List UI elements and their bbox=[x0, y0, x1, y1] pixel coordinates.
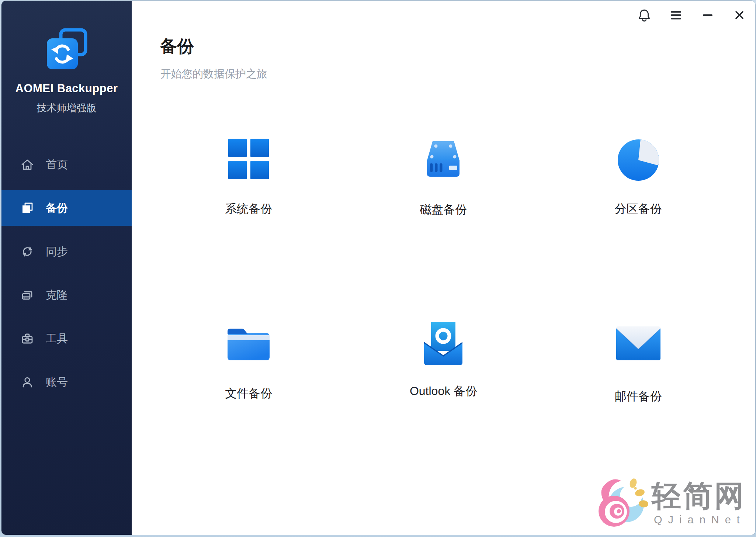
brand-name: AOMEI Backupper bbox=[1, 82, 132, 95]
site-watermark: 轻简网 QJianNet bbox=[590, 474, 746, 533]
tile-outlook-backup[interactable]: Outlook 备份 bbox=[346, 321, 541, 405]
tile-label: 系统备份 bbox=[225, 201, 272, 217]
tile-partition-backup[interactable]: 分区备份 bbox=[541, 138, 736, 218]
close-icon[interactable] bbox=[732, 7, 746, 23]
disk-backup-icon bbox=[421, 139, 465, 179]
sidebar-item-account[interactable]: 账号 bbox=[1, 364, 132, 400]
sidebar-item-backup[interactable]: 备份 bbox=[1, 190, 132, 226]
sidebar-nav: 首页 备份 同步 bbox=[1, 147, 132, 400]
page-title: 备份 bbox=[160, 35, 755, 58]
tile-label: 磁盘备份 bbox=[420, 202, 467, 218]
home-icon bbox=[20, 157, 35, 172]
brand-block: AOMEI Backupper 技术师增强版 bbox=[1, 1, 132, 115]
aomei-logo-icon bbox=[45, 28, 88, 71]
sidebar: AOMEI Backupper 技术师增强版 首页 备份 bbox=[1, 1, 132, 535]
system-backup-icon bbox=[228, 138, 269, 180]
tile-label: Outlook 备份 bbox=[410, 383, 477, 399]
tile-disk-backup[interactable]: 磁盘备份 bbox=[346, 138, 541, 218]
notification-bell-icon[interactable] bbox=[637, 7, 651, 23]
tile-system-backup[interactable]: 系统备份 bbox=[151, 138, 346, 218]
watermark-latin: QJianNet bbox=[654, 515, 746, 525]
clone-icon bbox=[20, 288, 35, 302]
partition-backup-icon bbox=[617, 138, 660, 182]
sidebar-item-sync[interactable]: 同步 bbox=[1, 234, 132, 269]
backup-icon bbox=[20, 201, 35, 215]
sidebar-item-tools[interactable]: 工具 bbox=[1, 321, 132, 356]
qjiannet-logo-icon bbox=[590, 474, 649, 533]
tile-label: 分区备份 bbox=[615, 201, 662, 217]
tile-label: 文件备份 bbox=[225, 385, 272, 402]
sidebar-item-label: 备份 bbox=[46, 201, 68, 216]
window-controls bbox=[637, 7, 746, 23]
menu-icon[interactable] bbox=[669, 7, 683, 23]
tile-file-backup[interactable]: 文件备份 bbox=[151, 321, 346, 405]
sidebar-item-home[interactable]: 首页 bbox=[1, 147, 132, 182]
tile-mail-backup[interactable]: 邮件备份 bbox=[541, 321, 736, 405]
sidebar-item-clone[interactable]: 克隆 bbox=[1, 277, 132, 313]
watermark-name: 轻简网 bbox=[652, 481, 746, 511]
mail-backup-icon bbox=[615, 326, 661, 361]
sidebar-item-label: 克隆 bbox=[46, 288, 68, 303]
sidebar-item-label: 工具 bbox=[46, 331, 68, 346]
sidebar-item-label: 同步 bbox=[46, 244, 68, 259]
minimize-icon[interactable] bbox=[701, 7, 715, 23]
backup-tiles-grid: 系统备份 bbox=[151, 138, 736, 405]
sidebar-item-label: 首页 bbox=[46, 157, 68, 172]
main-content: 备份 开始您的数据保护之旅 bbox=[132, 1, 755, 535]
app-window: AOMEI Backupper 技术师增强版 首页 备份 bbox=[1, 1, 755, 535]
outlook-backup-icon bbox=[421, 321, 465, 366]
sync-icon bbox=[20, 244, 35, 259]
brand-edition: 技术师增强版 bbox=[1, 101, 132, 115]
sidebar-item-label: 账号 bbox=[46, 375, 68, 390]
page-subtitle: 开始您的数据保护之旅 bbox=[160, 67, 755, 82]
tools-icon bbox=[20, 331, 35, 346]
tile-label: 邮件备份 bbox=[615, 388, 662, 405]
account-icon bbox=[20, 375, 35, 389]
file-backup-icon bbox=[225, 323, 273, 361]
